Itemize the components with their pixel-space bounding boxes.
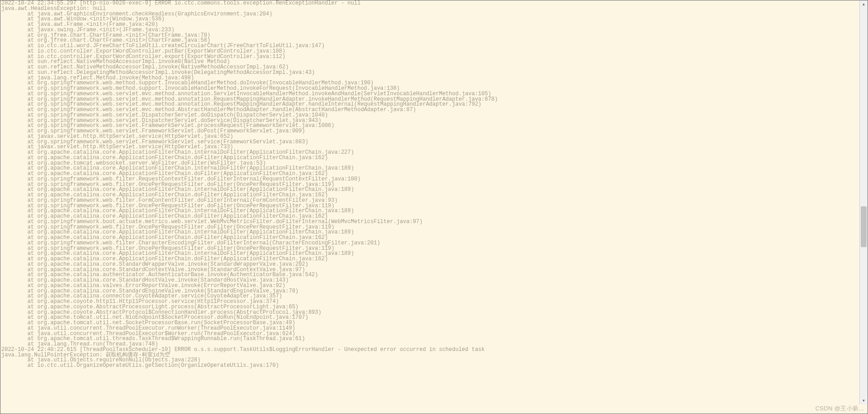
stack-trace-log[interactable]: 2022-10-24 22:34:55.297 [http-nio-9020-e… bbox=[0, 0, 860, 404]
scrollbar-track[interactable] bbox=[860, 8, 868, 397]
log-viewport: 2022-10-24 22:34:55.297 [http-nio-9020-e… bbox=[0, 0, 868, 414]
scrollbar-thumb[interactable] bbox=[861, 206, 867, 247]
log-line: 2022-10-24 22:34:55.297 [http-nio-9020-e… bbox=[1, 1, 859, 6]
vertical-scrollbar[interactable]: ▲ ▼ bbox=[859, 0, 868, 404]
scroll-down-icon[interactable]: ▼ bbox=[860, 397, 868, 404]
log-line: at io.ctc.util.OrganizeOperateUtils.getS… bbox=[1, 363, 859, 369]
scroll-up-icon[interactable]: ▲ bbox=[860, 0, 868, 8]
csdn-watermark: CSDN @王小新... bbox=[815, 404, 864, 413]
